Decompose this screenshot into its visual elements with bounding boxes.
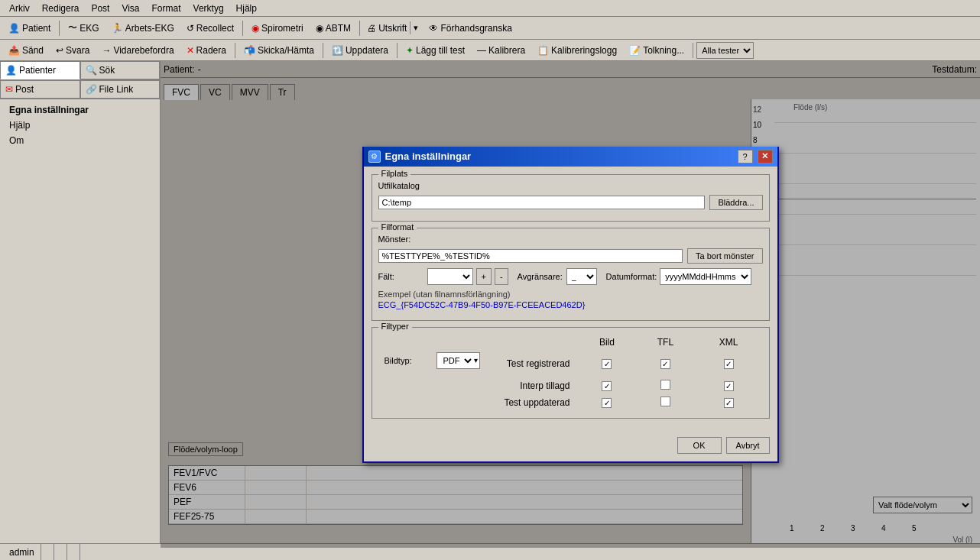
uppdatera-button[interactable]: 🔃 Uppdatera bbox=[326, 41, 394, 60]
patienter-icon: 👤 bbox=[5, 65, 17, 76]
row2-tfl-checkbox[interactable] bbox=[660, 380, 670, 390]
bildtyp-select[interactable]: PDF bbox=[439, 353, 474, 368]
sidebar-tabs: 👤 Patienter 🔍 Sök bbox=[0, 61, 160, 80]
utskrift-icon: 🖨 bbox=[367, 23, 376, 34]
menu-verktyg[interactable]: Verktyg bbox=[187, 2, 230, 15]
sidebar-tab-filelink[interactable]: 🔗 File Link bbox=[80, 80, 161, 99]
menu-hjalp[interactable]: Hjälp bbox=[230, 2, 263, 15]
falt-label: Fält: bbox=[378, 272, 424, 281]
modal-help-button[interactable]: ? bbox=[738, 150, 753, 163]
datumformat-select[interactable]: yyyyMMddHHmms bbox=[660, 268, 751, 285]
exempel-link[interactable]: ECG_{F54DC52C-47B9-4F50-B97E-FCEEACED462… bbox=[378, 300, 586, 309]
row1-xml-checkbox[interactable] bbox=[724, 359, 734, 369]
ok-button[interactable]: OK bbox=[677, 437, 722, 454]
row3-bild-checkbox[interactable] bbox=[602, 398, 612, 408]
nav-egna-installningar[interactable]: Egna inställningar bbox=[3, 102, 157, 118]
skicka-hamta-button[interactable]: 📬 Skicka/Hämta bbox=[239, 41, 320, 60]
arbets-ekg-button[interactable]: 🏃 Arbets-EKG bbox=[106, 19, 180, 37]
uppdatera-icon: 🔃 bbox=[332, 45, 343, 56]
sep1 bbox=[59, 21, 60, 36]
row2-bild-checkbox[interactable] bbox=[602, 381, 612, 391]
abtm-icon: ◉ bbox=[316, 23, 323, 34]
modal-titlebar: ⚙ Egna inställningar ? ✕ bbox=[364, 147, 777, 167]
abtm-button[interactable]: ◉ ABTM bbox=[310, 19, 356, 37]
datumformat-label: Datumformat: bbox=[606, 272, 657, 281]
monster-input-row: Ta bort mönster bbox=[378, 248, 763, 264]
avbryt-button[interactable]: Avbryt bbox=[726, 437, 770, 454]
sep4 bbox=[235, 43, 235, 58]
sidebar-tab-sok[interactable]: 🔍 Sök bbox=[80, 61, 161, 79]
filelink-label: File Link bbox=[99, 84, 134, 95]
menu-visa[interactable]: Visa bbox=[115, 2, 145, 15]
toolbar2: 📤 Sänd ↩ Svara → Vidarebefordra ✕ Radera… bbox=[0, 40, 980, 61]
post-icon: ✉ bbox=[5, 84, 13, 95]
falt-select[interactable] bbox=[427, 268, 473, 285]
kalibreringslogg-icon: 📋 bbox=[537, 45, 549, 56]
utskrift-label: Utskrift bbox=[378, 23, 407, 34]
sand-button[interactable]: 📤 Sänd bbox=[3, 41, 49, 60]
sidebar-tab-post[interactable]: ✉ Post bbox=[0, 80, 80, 99]
vidarebefordra-icon: → bbox=[102, 45, 111, 56]
sep6 bbox=[397, 43, 398, 58]
plus-button[interactable]: + bbox=[476, 268, 492, 285]
tolkning-button[interactable]: 📝 Tolkning... bbox=[624, 41, 690, 60]
kalibrera-label: Kalibrera bbox=[488, 45, 525, 56]
svara-label: Svara bbox=[66, 45, 89, 56]
kalibreringslogg-button[interactable]: 📋 Kalibreringslogg bbox=[532, 41, 622, 60]
ekg-button[interactable]: 〜 EKG bbox=[63, 19, 104, 37]
row1-label: Test registrerad bbox=[486, 351, 578, 377]
kalibrera-button[interactable]: — Kalibrera bbox=[472, 41, 531, 60]
skicka-hamta-icon: 📬 bbox=[244, 45, 255, 56]
minus-button[interactable]: - bbox=[495, 268, 508, 285]
recollect-icon: ↺ bbox=[187, 23, 194, 34]
utfilkatalog-input[interactable] bbox=[378, 196, 706, 209]
row3-tfl-checkbox[interactable] bbox=[660, 397, 670, 406]
alla-tester-select[interactable]: Alla tester bbox=[696, 42, 754, 59]
vidarebefordra-button[interactable]: → Vidarebefordra bbox=[96, 41, 179, 60]
menu-redigera[interactable]: Redigera bbox=[36, 2, 86, 15]
ta-bort-monster-button[interactable]: Ta bort mönster bbox=[687, 248, 762, 264]
filplats-group: Filplats Utfilkatalog Bläddra... bbox=[372, 174, 770, 222]
recollect-button[interactable]: ↺ Recollect bbox=[181, 19, 239, 37]
modal-body: Filplats Utfilkatalog Bläddra... Filform… bbox=[364, 167, 777, 432]
row2-xml-checkbox[interactable] bbox=[724, 381, 734, 391]
utskrift-split[interactable]: 🖨 Utskrift ▾ bbox=[363, 21, 422, 36]
monster-input[interactable] bbox=[378, 249, 683, 263]
arbets-ekg-label: Arbets-EKG bbox=[125, 23, 174, 34]
menu-arkiv[interactable]: Arkiv bbox=[3, 2, 36, 15]
filtyper-label: Filtyper bbox=[378, 322, 412, 331]
filtype-row2: Interp tillagd bbox=[380, 378, 761, 393]
patient-button[interactable]: 👤 Patient bbox=[3, 19, 56, 37]
bladra-button[interactable]: Bläddra... bbox=[709, 195, 762, 210]
menu-post[interactable]: Post bbox=[85, 2, 115, 15]
nav-om[interactable]: Om bbox=[3, 133, 157, 148]
status-item3 bbox=[54, 544, 67, 560]
radera-label: Radera bbox=[196, 45, 226, 56]
utskrift-arrow[interactable]: ▾ bbox=[410, 21, 421, 34]
nav-hjalp[interactable]: Hjälp bbox=[3, 118, 157, 133]
spirometri-label: Spirometri bbox=[261, 23, 303, 34]
modal-close-button[interactable]: ✕ bbox=[758, 150, 773, 163]
row1-tfl-checkbox[interactable] bbox=[660, 359, 670, 369]
sidebar-tab-patienter[interactable]: 👤 Patienter bbox=[0, 61, 80, 79]
sep3 bbox=[359, 21, 360, 36]
radera-icon: ✕ bbox=[187, 45, 194, 56]
menu-format[interactable]: Format bbox=[146, 2, 187, 15]
modal-footer: OK Avbryt bbox=[364, 432, 777, 461]
spirometri-button[interactable]: ◉ Spirometri bbox=[246, 19, 309, 37]
lagg-till-test-button[interactable]: ✦ Lägg till test bbox=[401, 41, 470, 60]
modal-title: Egna inställningar bbox=[385, 151, 733, 162]
avgransare-select[interactable]: _ bbox=[566, 268, 597, 285]
col-tfl: TFL bbox=[636, 335, 694, 349]
status-user: admin bbox=[3, 544, 41, 560]
utskrift-button[interactable]: 🖨 Utskrift bbox=[364, 21, 410, 35]
sep2 bbox=[242, 21, 243, 36]
svara-button[interactable]: ↩ Svara bbox=[50, 41, 95, 60]
row1-bild-checkbox[interactable] bbox=[602, 359, 612, 369]
row3-xml-checkbox[interactable] bbox=[724, 398, 734, 408]
exempel-row: Exempel (utan filnamnsförlängning) ECG_{… bbox=[378, 290, 763, 309]
filelink-icon: 🔗 bbox=[86, 84, 97, 95]
radera-button[interactable]: ✕ Radera bbox=[181, 41, 232, 60]
forhandsgranaska-button[interactable]: 👁 Förhandsgranska bbox=[423, 19, 517, 37]
monster-label-row: Mönster: bbox=[378, 235, 763, 244]
